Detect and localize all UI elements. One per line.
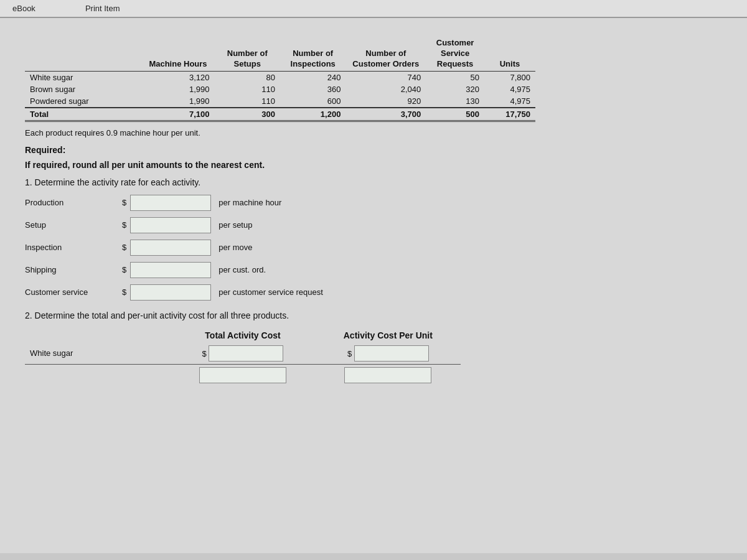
print-item-link[interactable]: Print Item [85, 4, 120, 13]
section2-per-unit-white-sugar-cell: $ [316, 343, 461, 365]
required-label: Required: [25, 145, 722, 155]
activity-row-shipping: Shipping $ per cust. ord. [25, 262, 722, 278]
row-co-white-sugar: 740 [345, 71, 426, 83]
dollar-s2-pu-ws: $ [347, 348, 352, 358]
row-csr-white-sugar: 50 [426, 71, 484, 83]
table-row: White sugar 3,120 80 240 740 50 7,800 [25, 71, 535, 83]
activity-section: Production $ per machine hour Setup $ pe… [25, 195, 722, 301]
row-insp-white-sugar: 240 [280, 71, 345, 83]
row-label-total: Total [25, 108, 141, 121]
table-row: Powdered sugar 1,990 110 600 920 130 4,9… [25, 95, 535, 108]
top-bar: eBook Print Item [0, 0, 747, 18]
section2-header-row: Total Activity Cost Activity Cost Per Un… [25, 328, 461, 343]
row-insp-total: 1,200 [280, 108, 345, 121]
table-total-row: Total 7,100 300 1,200 3,700 500 17,750 [25, 108, 535, 121]
row-mh-powdered-sugar: 1,990 [141, 95, 214, 108]
row-label-white-sugar: White sugar [25, 71, 141, 83]
per-label-production: per machine hour [218, 198, 281, 207]
section2-per-unit-empty-cell [316, 364, 461, 386]
row-label-brown-sugar: Brown sugar [25, 83, 141, 95]
row-csr-powdered-sugar: 130 [426, 95, 484, 108]
activity-label-shipping: Shipping [25, 265, 118, 274]
col-header-inspections: Number ofInspections [280, 37, 345, 71]
col-header-setups: Number ofSetups [215, 37, 280, 71]
table-row: Brown sugar 1,990 110 360 2,040 320 4,97… [25, 83, 535, 95]
section2-col-per-unit: Activity Cost Per Unit [316, 328, 461, 343]
section2-col-spacer [25, 328, 170, 343]
section2-label-white-sugar: White sugar [25, 343, 170, 365]
row-co-brown-sugar: 2,040 [345, 83, 426, 95]
activity-row-inspection: Inspection $ per move [25, 240, 722, 256]
per-label-inspection: per move [218, 243, 252, 252]
col-header-label [25, 37, 141, 71]
dollar-shipping: $ [122, 265, 126, 274]
row-units-total: 17,750 [484, 108, 535, 121]
dollar-customer-service: $ [122, 287, 126, 297]
dollar-production: $ [122, 198, 126, 207]
section2-row-empty [25, 364, 461, 386]
activity-label-production: Production [25, 198, 118, 207]
section2-row-white-sugar: White sugar $ $ [25, 343, 461, 365]
row-label-powdered-sugar: Powdered sugar [25, 95, 141, 108]
input-shipping[interactable] [130, 262, 211, 278]
row-setups-white-sugar: 80 [215, 71, 280, 83]
section2-label: 2. Determine the total and per-unit acti… [25, 310, 722, 320]
row-units-brown-sugar: 4,975 [484, 83, 535, 95]
activity-label-inspection: Inspection [25, 243, 118, 252]
row-setups-total: 300 [215, 108, 280, 121]
section2-col-total: Total Activity Cost [170, 328, 315, 343]
input-customer-service[interactable] [130, 284, 211, 301]
instruction-text: If required, round all per unit amounts … [25, 160, 722, 170]
row-units-white-sugar: 7,800 [484, 71, 535, 83]
dollar-setup: $ [122, 220, 126, 230]
section2-total-empty-cell [170, 364, 315, 386]
note-text: Each product requires 0.9 machine hour p… [25, 128, 722, 138]
dollar-s2-total-ws: $ [202, 348, 207, 358]
input-s2-total-empty[interactable] [199, 367, 286, 383]
per-label-customer-service: per customer service request [218, 287, 323, 297]
row-units-powdered-sugar: 4,975 [484, 95, 535, 108]
ebook-link[interactable]: eBook [12, 4, 35, 13]
per-label-setup: per setup [218, 220, 252, 230]
main-content: Machine Hours Number ofSetups Number ofI… [0, 18, 747, 553]
data-table: Machine Hours Number ofSetups Number ofI… [25, 37, 535, 122]
row-setups-powdered-sugar: 110 [215, 95, 280, 108]
table-header-row: Machine Hours Number ofSetups Number ofI… [25, 37, 535, 71]
per-label-shipping: per cust. ord. [218, 265, 266, 274]
row-insp-powdered-sugar: 600 [280, 95, 345, 108]
row-csr-brown-sugar: 320 [426, 83, 484, 95]
col-header-units: Units [484, 37, 535, 71]
input-s2-pu-white-sugar[interactable] [354, 345, 429, 362]
input-production[interactable] [130, 195, 211, 211]
input-s2-pu-empty[interactable] [344, 367, 431, 383]
col-header-orders: Number ofCustomer Orders [345, 37, 426, 71]
input-inspection[interactable] [130, 240, 211, 256]
row-co-powdered-sugar: 920 [345, 95, 426, 108]
activity-row-setup: Setup $ per setup [25, 217, 722, 233]
row-mh-white-sugar: 3,120 [141, 71, 214, 83]
row-insp-brown-sugar: 360 [280, 83, 345, 95]
row-co-total: 3,700 [345, 108, 426, 121]
section2-table: Total Activity Cost Activity Cost Per Un… [25, 328, 461, 386]
input-s2-total-white-sugar[interactable] [209, 345, 283, 362]
row-setups-brown-sugar: 110 [215, 83, 280, 95]
row-mh-total: 7,100 [141, 108, 214, 121]
col-header-mh: Machine Hours [141, 37, 214, 71]
activity-row-customer-service: Customer service $ per customer service … [25, 284, 722, 301]
section2-label-empty [25, 364, 170, 386]
dollar-inspection: $ [122, 243, 126, 252]
section1-label: 1. Determine the activity rate for each … [25, 177, 722, 187]
activity-label-setup: Setup [25, 220, 118, 230]
col-header-csr: CustomerServiceRequests [426, 37, 484, 71]
activity-label-customer-service: Customer service [25, 287, 118, 297]
row-csr-total: 500 [426, 108, 484, 121]
section2-total-white-sugar-cell: $ [170, 343, 315, 365]
input-setup[interactable] [130, 217, 211, 233]
row-mh-brown-sugar: 1,990 [141, 83, 214, 95]
activity-row-production: Production $ per machine hour [25, 195, 722, 211]
